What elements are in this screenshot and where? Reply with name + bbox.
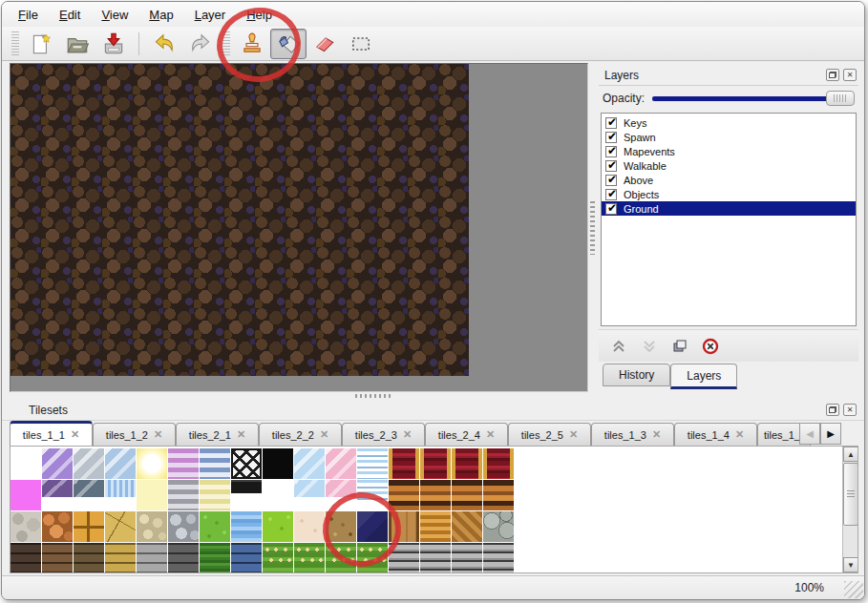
- tileset-tab-tiles_1_4[interactable]: tiles_1_4✕: [674, 423, 757, 446]
- tile-brick-darkbrown[interactable]: [11, 543, 41, 573]
- tile-lattice[interactable]: [231, 448, 262, 479]
- toolbar-drag-handle[interactable]: [11, 31, 19, 56]
- tile-brick-gray-light[interactable]: [420, 543, 451, 573]
- scroll-down-button[interactable]: ▼: [843, 557, 858, 572]
- splitter-grip[interactable]: [590, 201, 595, 255]
- tile-stone-pile[interactable]: [483, 511, 514, 542]
- layer-row-keys[interactable]: ✔Keys: [602, 115, 856, 130]
- horizontal-splitter[interactable]: [2, 392, 864, 400]
- tile-hedge-green[interactable]: [200, 543, 230, 573]
- tile-black[interactable]: [263, 448, 293, 479]
- tile-curtain-red[interactable]: [483, 448, 514, 479]
- delete-layer-button[interactable]: [700, 336, 721, 357]
- tile-curtain-red[interactable]: [420, 448, 451, 479]
- layer-row-walkable[interactable]: ✔Walkable: [602, 158, 856, 173]
- layer-row-ground[interactable]: ✔Ground: [602, 201, 856, 216]
- tile-grass-flower-rows[interactable]: [263, 543, 293, 573]
- tileset-tab-tiles_2_5[interactable]: tiles_2_5✕: [508, 423, 591, 446]
- save-map-button[interactable]: [95, 29, 132, 59]
- tile-glass-purple[interactable]: [42, 448, 73, 479]
- tile-pale-yellow[interactable]: [137, 480, 167, 510]
- tile-grass-green[interactable]: [200, 511, 230, 542]
- menu-edit[interactable]: Edit: [51, 5, 89, 25]
- eraser-tool-button[interactable]: [307, 29, 343, 59]
- tileset-tab-tiles_1_2[interactable]: tiles_1_2✕: [93, 423, 176, 446]
- tile-curtain-blue[interactable]: [357, 448, 388, 479]
- tile-brick-gray-light[interactable]: [483, 543, 514, 573]
- tile-brick-yellow[interactable]: [105, 543, 136, 573]
- tile-herringbone[interactable]: [452, 511, 482, 542]
- menu-map[interactable]: Map: [140, 5, 181, 25]
- tileset-tab-tiles_2_3[interactable]: tiles_2_3✕: [342, 423, 425, 446]
- menu-view[interactable]: View: [93, 5, 137, 25]
- tile-glass-pink-half[interactable]: [326, 480, 356, 497]
- tab-scroll-left-button[interactable]: ◀: [799, 423, 820, 445]
- tile-grass-flower-rows[interactable]: [326, 543, 356, 573]
- tab-close-icon[interactable]: ✕: [320, 428, 328, 441]
- menu-layer[interactable]: Layer: [186, 5, 235, 25]
- opacity-slider[interactable]: [652, 90, 855, 107]
- tile-brick-darkgray[interactable]: [168, 543, 199, 573]
- tab-close-icon[interactable]: ✕: [652, 428, 661, 441]
- tile-basket-weave[interactable]: [420, 511, 451, 542]
- tab-close-icon[interactable]: ✕: [403, 428, 412, 441]
- tab-close-icon[interactable]: ✕: [735, 428, 744, 441]
- tile-pebbles-beige[interactable]: [137, 511, 167, 542]
- tile-grass-bright[interactable]: [263, 511, 293, 542]
- close-panel-button[interactable]: ✕: [843, 69, 857, 81]
- scroll-up-button[interactable]: ▲: [843, 447, 858, 462]
- toolbar-drag-handle-2[interactable]: [222, 31, 230, 56]
- layer-row-objects[interactable]: ✔Objects: [602, 187, 856, 201]
- tile-glass-purple-dark[interactable]: [42, 480, 73, 497]
- layer-visibility-checkbox[interactable]: ✔: [605, 203, 617, 215]
- map-canvas[interactable]: [10, 63, 588, 392]
- menu-help[interactable]: Help: [238, 5, 281, 25]
- tile-wood-stripes[interactable]: [420, 480, 451, 510]
- tile-cobble-gray[interactable]: [168, 511, 199, 542]
- tile-glass-lightblue-half[interactable]: [294, 480, 325, 497]
- resize-grip[interactable]: [844, 581, 863, 598]
- tile-brick-blue[interactable]: [231, 543, 262, 573]
- tilesets-float-button[interactable]: [826, 404, 839, 416]
- float-panel-button[interactable]: [826, 69, 839, 81]
- tile-grass-flower-rows[interactable]: [294, 543, 325, 573]
- tile-tile-orange[interactable]: [74, 511, 104, 542]
- tile-curtain-blue[interactable]: [357, 480, 388, 503]
- tab-scroll-right-button[interactable]: ▶: [820, 423, 841, 445]
- fill-tool-button[interactable]: [270, 29, 307, 59]
- tile-cobble-orange[interactable]: [42, 511, 73, 542]
- tile-brick-gray-light[interactable]: [452, 543, 482, 573]
- tile-wood-stripes[interactable]: [389, 480, 419, 510]
- tileset-scrollbar[interactable]: ▲ ▼: [842, 447, 857, 572]
- layer-row-above[interactable]: ✔Above: [602, 173, 856, 187]
- tile-metal-plate[interactable]: [231, 480, 262, 493]
- opacity-slider-handle[interactable]: [826, 91, 855, 106]
- tab-close-icon[interactable]: ✕: [569, 428, 578, 441]
- rect-select-tool-button[interactable]: [343, 29, 379, 59]
- tile-curtain-red[interactable]: [389, 448, 419, 479]
- tile-glass-gray[interactable]: [74, 448, 104, 479]
- duplicate-layer-button[interactable]: [669, 336, 690, 357]
- tilesets-close-button[interactable]: ✕: [843, 404, 857, 416]
- tile-brick-gray-light[interactable]: [389, 543, 419, 573]
- tab-close-icon[interactable]: ✕: [154, 428, 162, 441]
- tile-grass-flower-rows[interactable]: [357, 543, 388, 573]
- tile-glass-lightblue[interactable]: [294, 448, 325, 479]
- opacity-slider-groove[interactable]: [652, 96, 853, 101]
- tile-cracked-yellow[interactable]: [105, 511, 136, 542]
- tile-navy-selected[interactable]: [357, 511, 388, 542]
- tile-brick-brown[interactable]: [42, 543, 73, 573]
- splitter-grip-h[interactable]: [355, 394, 393, 398]
- layer-row-spawn[interactable]: ✔Spawn: [602, 130, 856, 144]
- redo-button[interactable]: [182, 29, 219, 59]
- tileset-tab-tiles_2_4[interactable]: tiles_2_4✕: [425, 423, 508, 446]
- move-layer-down-button[interactable]: [639, 336, 660, 357]
- layer-visibility-checkbox[interactable]: ✔: [605, 132, 617, 143]
- stamp-tool-button[interactable]: [234, 29, 270, 59]
- tab-history[interactable]: History: [603, 364, 670, 386]
- layer-visibility-checkbox[interactable]: ✔: [605, 160, 617, 172]
- scrollbar-thumb[interactable]: [843, 463, 858, 526]
- open-map-button[interactable]: [59, 29, 95, 59]
- move-layer-up-button[interactable]: [608, 336, 629, 357]
- tileset-tab-tiles_2_2[interactable]: tiles_2_2✕: [259, 423, 342, 446]
